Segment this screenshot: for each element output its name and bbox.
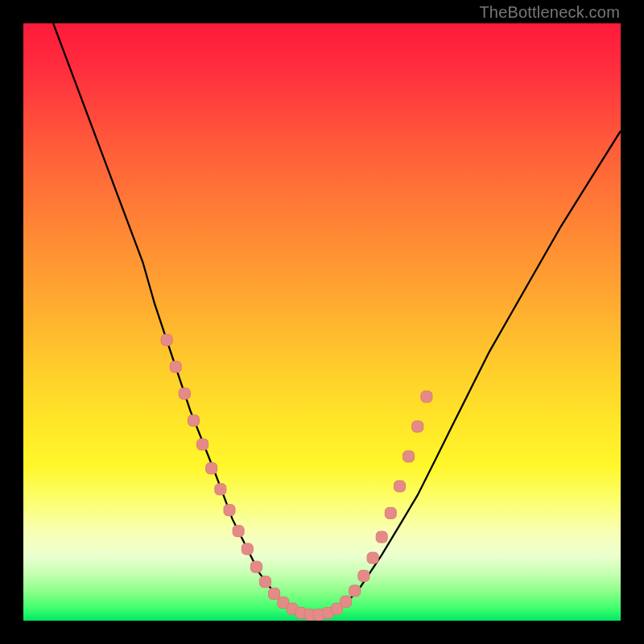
marker-dot (224, 505, 235, 516)
marker-dot (233, 526, 244, 537)
highlight-markers (161, 334, 432, 620)
chart-frame: TheBottleneck.com (0, 0, 644, 644)
marker-dot (394, 481, 406, 492)
marker-dot (376, 531, 387, 543)
marker-dot (188, 415, 200, 426)
marker-dot (161, 334, 172, 345)
watermark-text: TheBottleneck.com (479, 3, 620, 22)
marker-dot (260, 576, 271, 588)
chart-svg (23, 23, 621, 621)
marker-dot (403, 451, 415, 462)
marker-dot (269, 588, 280, 600)
marker-dot (341, 596, 352, 607)
marker-dot (242, 543, 253, 555)
marker-dot (385, 507, 396, 518)
marker-dot (170, 361, 181, 373)
marker-dot (367, 552, 378, 564)
marker-dot (179, 388, 190, 399)
marker-dot (412, 421, 423, 432)
marker-dot (421, 391, 432, 402)
marker-dot (358, 570, 369, 581)
marker-dot (250, 561, 262, 572)
marker-dot (349, 585, 361, 597)
bottleneck-curve (53, 23, 621, 615)
plot-area (23, 23, 621, 621)
marker-dot (215, 484, 226, 495)
marker-dot (206, 463, 217, 474)
marker-dot (197, 439, 208, 450)
